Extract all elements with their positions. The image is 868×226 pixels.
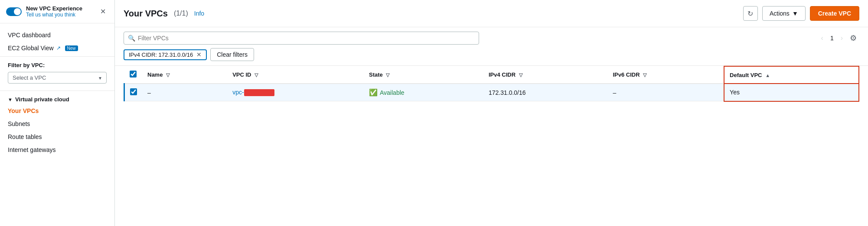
vpc-id-redacted <box>244 89 274 96</box>
sidebar-label-route-tables: Route tables <box>8 133 42 140</box>
sidebar-item-route-tables[interactable]: Route tables <box>0 130 114 143</box>
td-vpc-id: vpc- <box>227 84 364 101</box>
sidebar-label-ec2-global-view: EC2 Global View <box>8 45 54 52</box>
status-check-icon: ✅ <box>369 88 378 97</box>
prev-page-button[interactable]: ‹ <box>819 33 825 43</box>
search-wrapper: 🔍 <box>124 32 479 45</box>
sidebar-divider <box>0 56 114 57</box>
sidebar-item-vpc-dashboard[interactable]: VPC dashboard <box>0 29 114 42</box>
refresh-icon: ↻ <box>747 10 753 18</box>
page-number: 1 <box>828 34 836 42</box>
th-name-label: Name <box>147 71 163 78</box>
row-checkbox[interactable] <box>130 88 137 95</box>
new-vpc-toggle[interactable] <box>6 7 22 16</box>
td-checkbox <box>124 84 143 101</box>
refresh-button[interactable]: ↻ <box>743 6 758 21</box>
filter-tag-ipv4-cidr: IPv4 CIDR: 172.31.0.0/16 ✕ <box>124 49 207 60</box>
ipv4-cidr-value: 172.31.0.0/16 <box>489 89 526 96</box>
sort-icon-default-vpc: ▲ <box>765 73 770 78</box>
vpc-section-header[interactable]: ▼ Virtual private cloud <box>0 93 114 104</box>
vpc-id-link[interactable]: vpc- <box>232 89 274 96</box>
sidebar-label-vpc-dashboard: VPC dashboard <box>8 32 51 39</box>
th-ipv4-cidr[interactable]: IPv4 CIDR ▽ <box>483 66 608 84</box>
toggle-link[interactable]: Tell us what you think <box>26 12 82 18</box>
filter-label: Filter by VPC: <box>0 58 114 70</box>
table-row: – vpc- ✅ Available 1 <box>124 84 859 101</box>
toggle-title: New VPC Experience <box>26 5 82 12</box>
table-wrapper: Name ▽ VPC ID ▽ State ▽ IPv4 CIDR ▽ <box>115 66 868 226</box>
sidebar-item-ec2-global-view[interactable]: EC2 Global View ↗ New <box>0 42 114 55</box>
state-label: Available <box>380 89 405 96</box>
vpc-select-container: Select a VPC <box>8 72 107 84</box>
ipv6-cidr-value: – <box>613 89 617 96</box>
sidebar-divider-2 <box>0 90 114 91</box>
vpc-filter-wrapper: Select a VPC <box>0 70 114 89</box>
th-default-vpc-label: Default VPC <box>730 72 762 78</box>
actions-button[interactable]: Actions ▼ <box>762 6 806 21</box>
sidebar-label-internet-gateways: Internet gateways <box>8 146 56 153</box>
sidebar-label-your-vpcs: Your VPCs <box>8 107 39 114</box>
vpc-section-label: Virtual private cloud <box>15 96 69 103</box>
header-actions: ↻ Actions ▼ Create VPC <box>743 6 859 21</box>
vpc-select[interactable]: Select a VPC <box>8 72 107 84</box>
th-ipv6-cidr-label: IPv6 CIDR <box>613 71 640 78</box>
sort-icon-name: ▽ <box>166 72 170 77</box>
td-state: ✅ Available <box>364 84 483 101</box>
th-vpc-id-label: VPC ID <box>232 71 251 78</box>
clear-filters-button[interactable]: Clear filters <box>210 48 254 61</box>
page-count: (1/1) <box>174 10 188 17</box>
td-ipv4-cidr: 172.31.0.0/16 <box>483 84 608 101</box>
td-default-vpc: Yes <box>724 84 859 101</box>
sidebar-navigation: VPC dashboard EC2 Global View ↗ New Filt… <box>0 23 114 161</box>
search-input[interactable] <box>124 32 479 45</box>
table-settings-button[interactable]: ⚙ <box>847 32 859 44</box>
row-name: – <box>147 89 151 96</box>
sort-icon-ipv4-cidr: ▽ <box>519 72 522 77</box>
sort-icon-vpc-id: ▽ <box>255 72 258 77</box>
select-all-checkbox[interactable] <box>130 71 137 77</box>
info-link[interactable]: Info <box>194 10 204 17</box>
th-default-vpc[interactable]: Default VPC ▲ <box>724 66 859 84</box>
table-header-row: Name ▽ VPC ID ▽ State ▽ IPv4 CIDR ▽ <box>124 66 859 84</box>
filter-tag-label: IPv4 CIDR: 172.31.0.0/16 <box>129 52 193 58</box>
th-name[interactable]: Name ▽ <box>142 66 227 84</box>
sort-icon-state: ▽ <box>386 72 389 77</box>
main-content: Your VPCs (1/1) Info ↻ Actions ▼ Create … <box>115 0 868 226</box>
filter-tag-close-button[interactable]: ✕ <box>196 52 202 58</box>
main-header: Your VPCs (1/1) Info ↻ Actions ▼ Create … <box>115 0 868 27</box>
create-vpc-button[interactable]: Create VPC <box>810 6 859 21</box>
default-vpc-value: Yes <box>730 89 740 96</box>
sort-icon-ipv6-cidr: ▽ <box>643 72 646 77</box>
next-page-button[interactable]: › <box>839 33 845 43</box>
td-ipv6-cidr: – <box>608 84 724 101</box>
external-link-icon: ↗ <box>56 45 61 51</box>
sidebar-item-subnets[interactable]: Subnets <box>0 117 114 130</box>
td-name: – <box>142 84 227 101</box>
filter-row: IPv4 CIDR: 172.31.0.0/16 ✕ Clear filters <box>124 48 859 61</box>
th-ipv6-cidr[interactable]: IPv6 CIDR ▽ <box>608 66 724 84</box>
pagination-row: ‹ 1 › ⚙ <box>819 32 859 44</box>
vpc-id-prefix: vpc- <box>232 89 244 96</box>
th-checkbox <box>124 66 143 84</box>
sidebar-item-your-vpcs[interactable]: Your VPCs <box>0 104 114 117</box>
actions-chevron-icon: ▼ <box>792 10 798 17</box>
th-state-label: State <box>369 71 383 78</box>
page-title: Your VPCs <box>124 9 168 19</box>
sidebar: New VPC Experience Tell us what you thin… <box>0 0 115 226</box>
vpcs-table: Name ▽ VPC ID ▽ State ▽ IPv4 CIDR ▽ <box>124 66 859 102</box>
actions-label: Actions <box>770 10 790 17</box>
status-available: ✅ Available <box>369 88 478 97</box>
sidebar-close-button[interactable]: ✕ <box>98 6 108 16</box>
th-state[interactable]: State ▽ <box>364 66 483 84</box>
sidebar-toggle-bar: New VPC Experience Tell us what you thin… <box>0 0 114 23</box>
th-vpc-id[interactable]: VPC ID ▽ <box>227 66 364 84</box>
toolbar: 🔍 ‹ 1 › ⚙ IPv4 CIDR: 172.31.0.0/16 ✕ Cle… <box>115 27 868 66</box>
th-ipv4-cidr-label: IPv4 CIDR <box>489 71 516 78</box>
chevron-down-icon: ▼ <box>8 97 13 102</box>
sidebar-label-subnets: Subnets <box>8 120 30 127</box>
new-badge: New <box>65 45 78 51</box>
sidebar-item-internet-gateways[interactable]: Internet gateways <box>0 143 114 156</box>
